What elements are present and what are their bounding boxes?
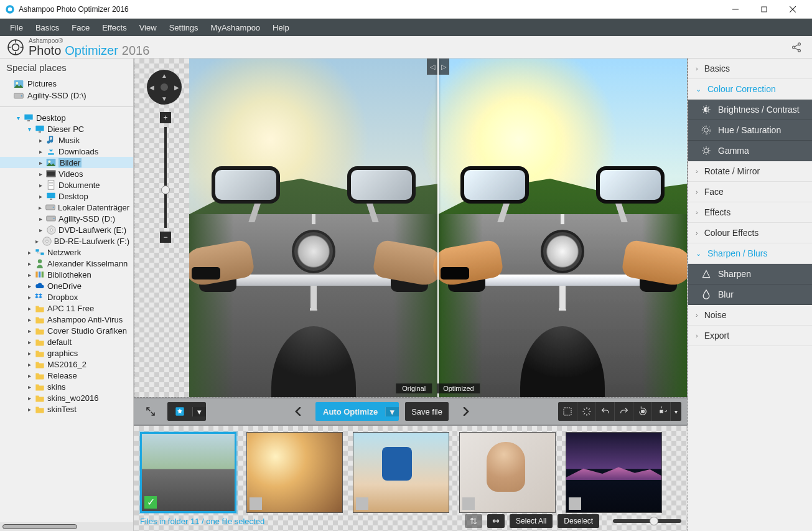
fit-button[interactable]	[487, 514, 505, 528]
tree-node[interactable]: ▸Lokaler Datenträger	[0, 202, 133, 213]
zoom-in-button[interactable]: +	[160, 112, 171, 123]
menu-help[interactable]: Help	[266, 21, 296, 35]
panel-sub-gamma[interactable]: Gamma	[688, 141, 812, 161]
zoom-slider[interactable]: + −	[162, 112, 169, 243]
split-preview[interactable]: ◁ ▷ Original Optimized	[189, 59, 687, 397]
next-image-button[interactable]	[455, 402, 476, 421]
tree-node[interactable]: ▸Agility-SSD (D:)	[0, 213, 133, 224]
split-next-button[interactable]: ▷	[438, 59, 449, 75]
tree-node[interactable]: ▸Release	[0, 370, 133, 381]
expand-caret-icon[interactable]: ▸	[26, 249, 32, 256]
zoom-thumb[interactable]	[161, 186, 170, 194]
auto-optimize-button[interactable]: Auto Optimize ▾	[315, 402, 399, 421]
folder-tree[interactable]: ▾Desktop▾Dieser PC▸Musik▸Downloads▸Bilde…	[0, 107, 133, 522]
panel-sub-blur[interactable]: Blur	[688, 284, 812, 305]
expand-caret-icon[interactable]: ▾	[26, 126, 32, 133]
undo-button[interactable]	[595, 402, 614, 421]
thumbnail[interactable]	[353, 432, 449, 513]
expand-caret-icon[interactable]: ▸	[34, 238, 40, 245]
tree-node[interactable]: ▾Dieser PC	[0, 123, 133, 134]
tree-node[interactable]: ▸Desktop	[0, 190, 133, 202]
crop-button[interactable]	[558, 402, 577, 421]
close-button[interactable]	[778, 0, 807, 19]
expand-caret-icon[interactable]: ▸	[26, 383, 32, 390]
expand-caret-icon[interactable]: ▸	[37, 215, 44, 222]
tree-node[interactable]: ▸skins	[0, 381, 133, 392]
menu-file[interactable]: File	[4, 21, 29, 35]
expand-caret-icon[interactable]: ▸	[26, 305, 32, 312]
tree-node[interactable]: ▸APC 11 Free	[0, 303, 133, 314]
panel-sub-brightness-contrast[interactable]: Brightness / Contrast	[688, 100, 812, 120]
panel-face[interactable]: ›Face	[688, 182, 812, 202]
expand-caret-icon[interactable]: ▸	[37, 137, 44, 144]
tree-node[interactable]: ▸Ashampoo Anti-Virus	[0, 314, 133, 325]
sort-button[interactable]	[465, 514, 482, 528]
expand-caret-icon[interactable]: ▸	[26, 327, 32, 334]
expand-caret-icon[interactable]: ▸	[26, 361, 32, 368]
expand-caret-icon[interactable]: ▸	[26, 406, 32, 413]
menu-settings[interactable]: Settings	[163, 21, 205, 35]
rotate-right-button[interactable]: 90	[651, 402, 670, 421]
tree-node[interactable]: ▸DVD-Laufwerk (E:)	[0, 224, 133, 235]
pan-control[interactable]: ▲▼◀▶	[147, 70, 182, 105]
tree-node[interactable]: ▸default	[0, 336, 133, 347]
thumbnail-checkbox[interactable]: ✓	[144, 496, 157, 509]
favorite-dropdown[interactable]: ▾	[167, 402, 206, 421]
expand-caret-icon[interactable]: ▸	[26, 350, 32, 357]
panel-noise[interactable]: ›Noise	[688, 305, 812, 326]
thumbnail[interactable]	[459, 432, 556, 513]
tree-node[interactable]: ▸skinTest	[0, 403, 133, 415]
menu-effects[interactable]: Effects	[96, 21, 133, 35]
magic-button[interactable]	[577, 402, 595, 421]
expand-caret-icon[interactable]: ▸	[26, 316, 32, 323]
panel-rotate-mirror[interactable]: ›Rotate / Mirror	[688, 161, 812, 182]
split-prev-button[interactable]: ◁	[427, 59, 438, 75]
redo-button[interactable]	[614, 402, 633, 421]
save-file-button[interactable]: Save file	[405, 402, 449, 421]
expand-caret-icon[interactable]: ▸	[26, 339, 32, 345]
thumbnail[interactable]	[246, 432, 343, 513]
rotate-left-button[interactable]: 90	[633, 402, 651, 421]
expand-caret-icon[interactable]: ▸	[26, 395, 32, 402]
thumbnail-checkbox[interactable]	[462, 497, 475, 510]
tree-node[interactable]: ▸Bilder	[0, 157, 133, 168]
tree-node[interactable]: ▸graphics	[0, 347, 133, 359]
expand-caret-icon[interactable]: ▸	[26, 283, 32, 289]
place-agility-ssd-d-[interactable]: Agility-SSD (D:\)	[0, 90, 133, 101]
thumbnail-checkbox[interactable]	[356, 497, 368, 510]
tree-node[interactable]: ▸Downloads	[0, 146, 133, 157]
tree-node[interactable]: ▸Dropbox	[0, 291, 133, 303]
tree-node[interactable]: ▸MS2016_2	[0, 359, 133, 370]
thumbnail[interactable]: ✓	[140, 432, 236, 513]
split-divider[interactable]	[437, 59, 439, 397]
panel-colour-correction[interactable]: ⌄Colour Correction	[688, 79, 812, 100]
thumbnail-checkbox[interactable]	[250, 497, 262, 510]
thumbnail-checkbox[interactable]	[569, 497, 581, 510]
panel-basics[interactable]: ›Basics	[688, 59, 812, 79]
panel-sub-hue-saturation[interactable]: Hue / Saturation	[688, 120, 812, 141]
panel-sharpen-blurs[interactable]: ⌄Sharpen / Blurs	[688, 243, 812, 264]
panel-colour-effects[interactable]: ›Colour Effects	[688, 223, 812, 243]
expand-caret-icon[interactable]: ▸	[37, 182, 44, 189]
expand-caret-icon[interactable]: ▸	[37, 159, 44, 166]
expand-caret-icon[interactable]: ▸	[26, 260, 32, 267]
menu-face[interactable]: Face	[65, 21, 96, 35]
expand-caret-icon[interactable]: ▸	[37, 227, 44, 233]
thumbnail[interactable]	[566, 432, 662, 513]
tree-node[interactable]: ▸Bibliotheken	[0, 269, 133, 280]
prev-image-button[interactable]	[288, 402, 309, 421]
deselect-button[interactable]: Deselect	[558, 514, 599, 528]
select-all-button[interactable]: Select All	[510, 514, 553, 528]
tree-node[interactable]: ▸Dokumente	[0, 179, 133, 190]
tree-node[interactable]: ▸Musik	[0, 134, 133, 146]
expand-caret-icon[interactable]: ▸	[26, 271, 32, 278]
zoom-out-button[interactable]: −	[160, 232, 171, 243]
more-tools-caret[interactable]: ▾	[670, 402, 681, 421]
minimize-button[interactable]	[721, 0, 750, 19]
expand-caret-icon[interactable]: ▸	[26, 372, 32, 379]
maximize-button[interactable]	[750, 0, 778, 19]
menu-myashampoo[interactable]: MyAshampoo	[205, 21, 266, 35]
expand-caret-icon[interactable]: ▸	[37, 171, 44, 177]
tree-node[interactable]: ▸Cover Studio Grafiken	[0, 325, 133, 336]
expand-caret-icon[interactable]: ▸	[37, 204, 43, 211]
